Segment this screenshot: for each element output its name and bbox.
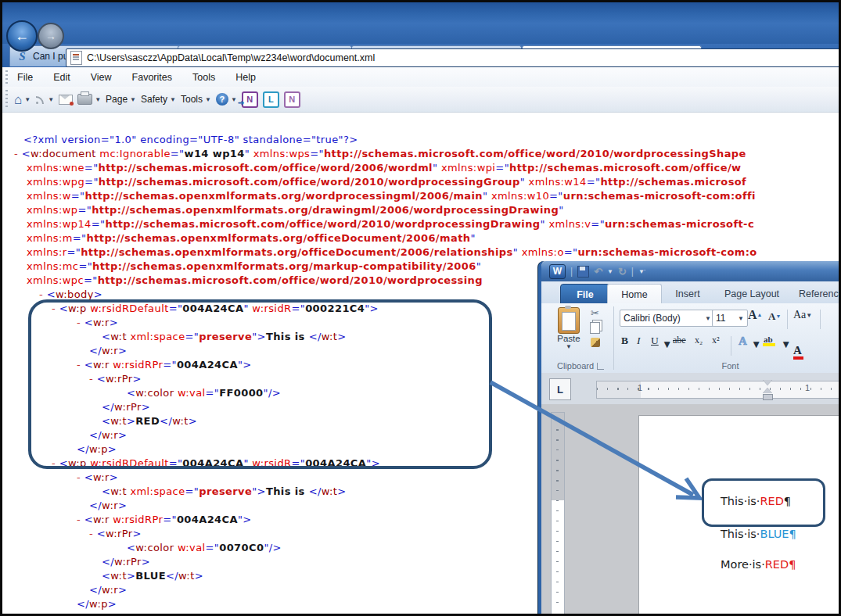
hanging-indent-marker[interactable]	[763, 388, 772, 393]
menu-help[interactable]: Help	[235, 72, 256, 83]
dialog-launcher-icon[interactable]	[597, 363, 604, 370]
help-menu[interactable]: ?▼	[216, 93, 237, 106]
horizontal-ruler[interactable]: 1 1	[596, 381, 841, 399]
format-painter-icon[interactable]	[591, 338, 600, 347]
undo-icon[interactable]: ↶	[594, 267, 602, 277]
subscript-button[interactable]: x₂	[695, 335, 703, 346]
tab-file[interactable]: File	[560, 284, 610, 305]
forward-button[interactable]: →	[38, 23, 64, 49]
text-segment: w:body	[56, 288, 94, 300]
text-segment: http://schemas.microsof	[600, 176, 746, 188]
font-color-button[interactable]: A	[793, 344, 841, 357]
page-menu[interactable]: Page▼	[106, 94, 136, 105]
text-segment: preserve	[199, 485, 252, 497]
text-segment: -	[77, 471, 84, 483]
save-icon[interactable]	[577, 266, 589, 278]
text-segment: >	[118, 584, 127, 596]
print-button[interactable]: ▼	[77, 94, 101, 105]
menu-favorites[interactable]: Favorites	[132, 72, 172, 83]
cut-icon[interactable]: ✂	[591, 308, 599, 318]
browser-nav-row: C:\Users\sasczz\AppData\Local\Temp\wz234…	[0, 23, 841, 44]
lync-button[interactable]: L	[263, 91, 279, 108]
doc-paragraph[interactable]: This·is·BLUE¶	[721, 528, 796, 540]
xml-line: <?xml version="1.0" encoding="UTF-8" sta…	[0, 133, 841, 147]
text-segment: xml:space	[127, 485, 185, 497]
shrink-font-button[interactable]: A▼	[768, 310, 781, 323]
font-size-select[interactable]: 11 ▼	[712, 310, 748, 327]
tab-insert[interactable]: Insert	[660, 284, 715, 303]
chevron-down-icon: ▼	[231, 96, 237, 103]
xml-line: xmlns:m="http://schemas.openxmlformats.o…	[0, 231, 841, 245]
strikethrough-button[interactable]: abe	[673, 335, 686, 346]
text-segment: -	[77, 514, 84, 525]
change-case-button[interactable]: Aa▼	[793, 309, 812, 321]
paste-button[interactable]: Paste ▼	[551, 307, 587, 354]
superscript-button[interactable]: x²	[712, 335, 720, 346]
chevron-down-icon[interactable]: ▼	[607, 268, 613, 275]
grow-font-label: A	[748, 308, 757, 322]
separator	[731, 336, 731, 356]
bold-button[interactable]: B	[621, 335, 628, 347]
qat-customize-icon[interactable]: ▼̄	[638, 268, 645, 275]
tab-home[interactable]: Home	[607, 284, 662, 304]
indent-markers[interactable]	[763, 380, 772, 400]
safety-menu[interactable]: Safety▼	[141, 94, 176, 105]
back-button[interactable]: ←	[6, 20, 38, 52]
menu-view[interactable]: View	[91, 72, 112, 83]
text-segment: >	[195, 570, 203, 582]
tools-menu[interactable]: Tools▼	[181, 94, 211, 105]
text-segment: http://schemas.openxmlformats.org/drawin…	[92, 204, 559, 216]
home-button[interactable]: ⌂▼	[14, 93, 31, 106]
menu-file[interactable]: File	[17, 72, 33, 83]
text-segment: http://schemas.microsoft.com/office/word…	[105, 218, 540, 230]
chevron-down-icon: ▼	[566, 343, 572, 350]
address-bar[interactable]: C:\Users\sasczz\AppData\Local\Temp\wz234…	[66, 48, 841, 67]
grow-font-button[interactable]: A▲	[748, 308, 763, 322]
text-segment: This is	[266, 485, 309, 497]
italic-button[interactable]: I	[637, 335, 641, 347]
chevron-down-icon[interactable]: ▼	[781, 338, 791, 351]
drag-grip	[5, 90, 8, 109]
text-segment: ="	[84, 176, 99, 188]
text-segment: ="	[67, 246, 81, 258]
ruler-number: 1	[638, 383, 642, 392]
underline-button[interactable]: U	[651, 335, 659, 347]
read-mail-button[interactable]	[59, 95, 73, 105]
font-name-select[interactable]: Calibri (Body) ▼	[620, 310, 715, 327]
copy-icon[interactable]	[590, 322, 600, 334]
text-effects-button[interactable]: A	[739, 335, 747, 348]
menu-tools[interactable]: Tools	[192, 72, 215, 83]
redo-icon[interactable]: ↻	[618, 267, 627, 277]
vertical-ruler[interactable]	[551, 412, 565, 616]
chevron-down-icon: ▼	[170, 96, 176, 103]
word-logo-icon[interactable]: W	[549, 264, 566, 279]
onenote-linked-notes-button[interactable]: N	[284, 91, 300, 108]
text-segment: 004A24CA	[177, 514, 238, 525]
text-segment: >	[118, 500, 127, 511]
text-segment: -	[89, 528, 97, 539]
highlight-button[interactable]: ab	[764, 335, 841, 344]
paste-label: Paste	[557, 334, 580, 343]
text-segment: xmlns:wpc	[27, 274, 84, 286]
left-indent-marker[interactable]	[763, 394, 773, 400]
chevron-down-icon[interactable]: ▼	[662, 338, 672, 351]
xml-line: xmlns:r="http://schemas.openxmlformats.o…	[0, 245, 841, 260]
send-to-onenote-button[interactable]: N	[242, 91, 258, 108]
tab-references[interactable]: References	[781, 284, 841, 303]
text-segment: ="	[206, 542, 220, 553]
onenote-linked-icon: N	[284, 91, 300, 108]
drag-grip	[5, 70, 8, 84]
ruler-number: 1	[805, 383, 810, 392]
chevron-down-icon[interactable]: ▼	[751, 338, 761, 351]
text-segment: http://schemas.openxmlformats.org/wordpr…	[84, 190, 483, 202]
first-line-indent-marker[interactable]	[763, 380, 772, 385]
text-segment: >	[142, 556, 150, 568]
text-segment: http://schemas.openxmlformats.org/office…	[87, 232, 471, 244]
command-bar: ⌂▼ ▼ ▼ Page▼ Safety▼ Tools▼ ?▼ N L N	[0, 87, 841, 113]
menu-edit[interactable]: Edit	[53, 72, 70, 83]
text-segment: ="	[171, 148, 185, 159]
change-case-label: Aa	[793, 309, 806, 321]
tab-stop-selector[interactable]: L	[549, 378, 571, 400]
feeds-button[interactable]: ▼	[35, 95, 54, 105]
doc-paragraph[interactable]: More·is·RED¶	[721, 558, 796, 571]
